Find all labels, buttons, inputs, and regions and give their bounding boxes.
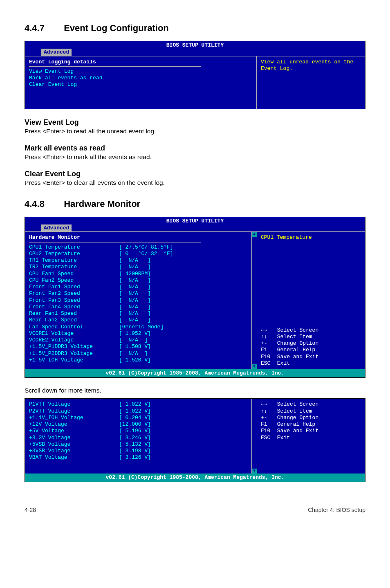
hwmon-row[interactable]: VCORE2 Voltage[ N/A ] [29, 337, 247, 343]
hwmon-row[interactable]: CPU2 Temperature[ 0 °C/ 32 °F] [29, 251, 247, 257]
nav-key: ←→ [261, 401, 274, 408]
bios-nav-hints: ←→ Select Screen↑↓ Select Item+- Change … [261, 401, 361, 441]
bios-nav-hints: ←→ Select Screen↑↓ Select Item+- Change … [261, 327, 361, 367]
hwmon-row[interactable]: CPU1 Temperature[ 27.5°C/ 81.5°F] [29, 244, 247, 251]
hwmon-row[interactable]: Rear Fan1 Speed[ N/A ] [29, 310, 247, 317]
nav-label: Select Screen [274, 401, 318, 407]
bios-tab-advanced[interactable]: Advanced [41, 49, 72, 56]
hwmon-value: [Generic Mode] [119, 324, 184, 330]
heading-underline [29, 66, 201, 67]
nav-key: F1 [261, 421, 274, 428]
hwmon-row[interactable]: +3VSB Voltage[ 3.198 V] [29, 448, 247, 454]
hwmon-row[interactable]: TR2 Temperature[ N/A ] [29, 264, 247, 270]
hwmon-value: [ 5.196 V] [119, 428, 184, 434]
hwmon-row[interactable]: +5V Voltage[ 5.196 V] [29, 428, 247, 434]
nav-label: Select Item [274, 408, 312, 414]
hwmon-value: [ N/A ] [119, 264, 184, 270]
scroll-down-arrow[interactable]: ▼ [252, 364, 257, 369]
nav-key: F10 [261, 428, 274, 434]
nav-key: ↑↓ [261, 334, 274, 340]
hwmon-value: [ 4200RPM] [119, 271, 184, 277]
hwmon-value: [12.000 V] [119, 421, 184, 428]
hwmon-value: [ N/A ] [119, 310, 184, 317]
hwmon-row[interactable]: +1.1V_IOH Voltage[ 0.204 V] [29, 415, 247, 421]
hwmon-value: [ N/A ] [119, 350, 184, 357]
hwmon-value: [ N/A ] [119, 337, 184, 343]
hwmon-row[interactable]: VCORE1 Voltage[ 1.052 V] [29, 330, 247, 337]
hwmon-row[interactable]: Rear Fan2 Speed[ N/A ] [29, 317, 247, 323]
bios-pane-heading: Hardware Monitor [29, 234, 80, 240]
nav-key: ESC [261, 435, 274, 441]
hwmon-label: Front Fan1 Speed [29, 284, 119, 290]
hwmon-row[interactable]: +3.3V Voltage[ 3.246 V] [29, 435, 247, 441]
hwmon-row[interactable]: Fan Speed Control[Generic Mode] [29, 324, 247, 330]
hwmon-value: [ N/A ] [119, 290, 184, 297]
hwmon-row[interactable]: Front Fan3 Speed[ N/A ] [29, 297, 247, 304]
nav-hint-line: +- Change Option [261, 415, 361, 421]
hwmon-value: [ N/A ] [119, 277, 184, 284]
hwmon-row[interactable]: CPU Fan1 Speed[ 4200RPM] [29, 271, 247, 277]
hwmon-row[interactable]: +5VSB Voltage[ 5.132 V] [29, 441, 247, 448]
nav-hint-line: ESC Exit [261, 360, 361, 367]
subsection-desc: Press <Enter> to clear all events on the… [25, 179, 365, 186]
hwmon-value: [ 5.132 V] [119, 441, 184, 448]
nav-label: Exit [274, 360, 290, 366]
nav-key: ←→ [261, 327, 274, 334]
hwmon-row[interactable]: Front Fan2 Speed[ N/A ] [29, 290, 247, 297]
scroll-indicator: ▼ [252, 399, 257, 474]
hwmon-label: VCORE2 Voltage [29, 337, 119, 343]
hwmon-row[interactable]: Front Fan1 Speed[ N/A ] [29, 284, 247, 290]
bios-footer: v02.61 (C)Copyright 1985-2008, American … [25, 369, 365, 377]
hwmon-row[interactable]: CPU Fan2 Speed[ N/A ] [29, 277, 247, 284]
subsection-desc: Press <Enter> to mark all the events as … [25, 153, 365, 161]
section-number: 4.4.8 [25, 199, 61, 209]
bios-menu-item[interactable]: Mark all events as read [29, 75, 102, 81]
bios-title: BIOS SETUP UTILITY [166, 42, 224, 48]
heading-underline [29, 242, 201, 242]
bios-footer: v02.61 (C)Copyright 1985-2008, American … [25, 474, 365, 482]
hwmon-label: P1VTT Voltage [29, 401, 119, 408]
hwmon-value: [ 0.204 V] [119, 415, 184, 421]
hwmon-row[interactable]: P2VTT Voltage[ 1.022 V] [29, 408, 247, 415]
bios-main-pane: Event Logging details View Event Log Mar… [25, 56, 257, 109]
hwmon-row[interactable]: +1.5V_P2DDR3 Voltage[ N/A ] [29, 350, 247, 357]
nav-hint-line: ↑↓ Select Item [261, 334, 361, 340]
bios-menu-item[interactable]: Clear Event Log [29, 81, 77, 88]
bios-header: BIOS SETUP UTILITY [25, 41, 365, 49]
hwmon-label: Front Fan3 Speed [29, 297, 119, 304]
hwmon-value: [ N/A ] [119, 284, 184, 290]
nav-hint-line: F10 Save and Exit [261, 354, 361, 360]
hwmon-row[interactable]: TR1 Temperature[ N/A ] [29, 257, 247, 264]
hwmon-label: +5V Voltage [29, 428, 119, 434]
hwmon-row[interactable]: +12V Voltage[12.000 V] [29, 421, 247, 428]
nav-key: ↑↓ [261, 408, 274, 415]
nav-label: Exit [274, 435, 290, 441]
hwmon-row[interactable]: +1.5V_ICH Voltage[ 1.520 V] [29, 357, 247, 364]
hwmon-label: VCORE1 Voltage [29, 330, 119, 337]
hwmon-label: CPU1 Temperature [29, 244, 119, 251]
nav-label: General Help [274, 347, 315, 353]
section-name: Event Log Configuration [64, 23, 169, 33]
hwmon-value: [ 1.520 V] [119, 357, 184, 364]
nav-key: +- [261, 340, 274, 347]
hwmon-label: Front Fan4 Speed [29, 304, 119, 310]
hwmon-label: CPU Fan2 Speed [29, 277, 119, 284]
scroll-up-arrow[interactable]: ▲ [252, 232, 257, 237]
hwmon-label: Rear Fan1 Speed [29, 310, 119, 317]
bios-tab-advanced[interactable]: Advanced [41, 224, 72, 232]
hwmon-row[interactable]: VBAT Voltage[ 3.126 V] [29, 454, 247, 461]
bios-side-pane: View all unread events on the Event Log. [257, 56, 365, 109]
hwmon-label: +1.1V_IOH Voltage [29, 415, 119, 421]
bios-hwmon-box-2: P1VTT Voltage[ 1.022 V]P2VTT Voltage[ 1.… [25, 398, 365, 482]
hwmon-value: [ 3.246 V] [119, 435, 184, 441]
hwmon-value: [ 1.022 V] [119, 401, 184, 408]
hwmon-row[interactable]: +1.5V_P1DDR3 Voltage[ 1.508 V] [29, 343, 247, 350]
bios-menu-item[interactable]: View Event Log [29, 68, 74, 74]
hwmon-label: +12V Voltage [29, 421, 119, 428]
hwmon-row[interactable]: P1VTT Voltage[ 1.022 V] [29, 401, 247, 408]
hwmon-value: [ 27.5°C/ 81.5°F] [119, 244, 184, 251]
hwmon-label: CPU2 Temperature [29, 251, 119, 257]
hwmon-row[interactable]: Front Fan4 Speed[ N/A ] [29, 304, 247, 310]
scroll-down-arrow[interactable]: ▼ [252, 469, 257, 474]
hwmon-label: +5VSB Voltage [29, 441, 119, 448]
